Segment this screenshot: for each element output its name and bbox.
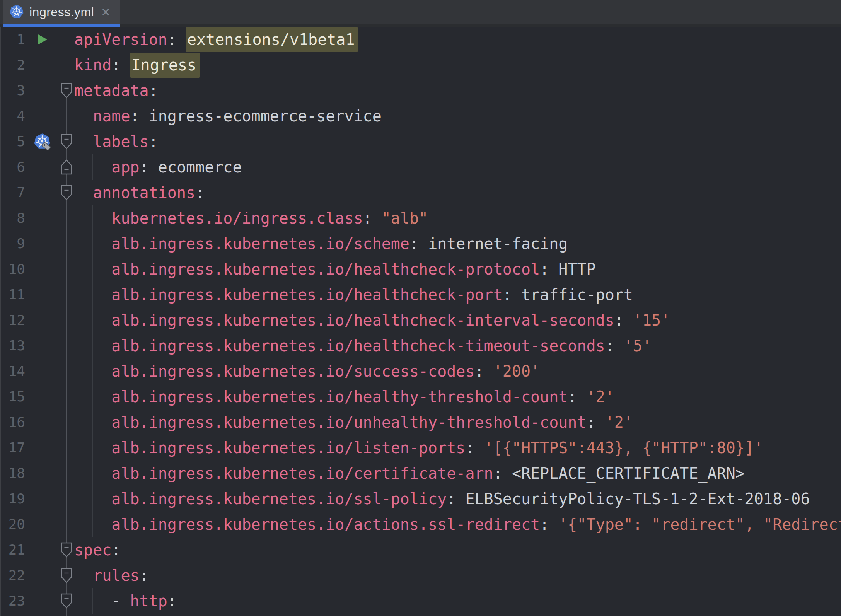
code-token — [74, 133, 93, 150]
code-token: : — [167, 31, 186, 48]
code-token: spec — [74, 541, 111, 559]
code-text: name: ingress-ecommerce-service — [74, 103, 841, 129]
code-token: '15' — [633, 311, 670, 329]
code-token: alb.ingress.kubernetes.io/unhealthy-thre… — [111, 413, 586, 431]
code-token: : — [540, 515, 558, 533]
code-token — [74, 209, 111, 227]
code-line-20[interactable]: 20 alb.ingress.kubernetes.io/actions.ssl… — [1, 512, 841, 537]
code-line-5[interactable]: 5 labels: — [1, 129, 841, 154]
code-token: : — [587, 413, 605, 431]
gutter: 19 — [1, 486, 74, 512]
gutter: 2 — [1, 52, 74, 78]
code-line-7[interactable]: 7 annotations: — [1, 180, 841, 205]
kubernetes-file-icon — [9, 4, 24, 20]
code-line-6[interactable]: 6 app: ecommerce — [1, 154, 841, 180]
code-token — [74, 311, 111, 329]
code-line-23[interactable]: 23 - http: — [1, 588, 841, 614]
gutter: 5 — [1, 129, 74, 154]
code-line-12[interactable]: 12 alb.ingress.kubernetes.io/healthcheck… — [1, 307, 841, 333]
code-token: labels — [93, 133, 149, 150]
code-text: apiVersion: extensions/v1beta1 — [74, 27, 841, 52]
fold-marker-icon[interactable] — [60, 129, 73, 154]
code-token: : — [465, 439, 484, 457]
code-token: ingress-ecommerce-service — [149, 107, 382, 125]
code-token: ELBSecurityPolicy-TLS-1-2-Ext-2018-06 — [465, 490, 810, 508]
code-token: alb.ingress.kubernetes.io/healthy-thresh… — [111, 388, 568, 406]
fold-marker-icon[interactable] — [60, 78, 73, 103]
gutter: 20 — [1, 512, 74, 537]
kubernetes-gutter-icon[interactable] — [33, 129, 51, 154]
line-number: 12 — [1, 307, 25, 333]
code-token: alb.ingress.kubernetes.io/ssl-policy — [111, 490, 447, 508]
code-token: : — [149, 82, 158, 99]
close-icon[interactable]: ✕ — [99, 6, 112, 19]
code-text: annotations: — [74, 180, 841, 205]
gutter: 7 — [1, 180, 74, 205]
code-token: metadata — [74, 82, 149, 99]
code-line-18[interactable]: 18 alb.ingress.kubernetes.io/certificate… — [1, 461, 841, 486]
code-token: : — [493, 464, 512, 482]
code-token — [74, 464, 111, 482]
code-token: HTTP — [558, 260, 595, 278]
code-token: : — [568, 388, 586, 406]
code-line-16[interactable]: 16 alb.ingress.kubernetes.io/unhealthy-t… — [1, 410, 841, 435]
code-line-13[interactable]: 13 alb.ingress.kubernetes.io/healthcheck… — [1, 333, 841, 358]
code-line-4[interactable]: 4 name: ingress-ecommerce-service — [1, 103, 841, 129]
tab-bar-lead-spacer — [0, 0, 3, 27]
code-line-9[interactable]: 9 alb.ingress.kubernetes.io/scheme: inte… — [1, 231, 841, 256]
code-line-19[interactable]: 19 alb.ingress.kubernetes.io/ssl-policy:… — [1, 486, 841, 512]
run-icon[interactable] — [33, 27, 51, 52]
tab-title: ingress.yml — [29, 5, 94, 19]
fold-marker-icon[interactable] — [60, 563, 73, 588]
line-number: 18 — [1, 461, 25, 486]
code-line-11[interactable]: 11 alb.ingress.kubernetes.io/healthcheck… — [1, 282, 841, 307]
code-token: '2' — [605, 413, 633, 431]
fold-marker-icon[interactable] — [60, 154, 73, 180]
gutter: 17 — [1, 435, 74, 461]
line-number: 3 — [1, 78, 25, 103]
code-text: kubernetes.io/ingress.class: "alb" — [74, 205, 841, 231]
code-line-15[interactable]: 15 alb.ingress.kubernetes.io/healthy-thr… — [1, 384, 841, 410]
line-number: 10 — [1, 256, 25, 282]
code-line-17[interactable]: 17 alb.ingress.kubernetes.io/listen-port… — [1, 435, 841, 461]
code-line-21[interactable]: 21spec: — [1, 537, 841, 563]
code-editor[interactable]: 1apiVersion: extensions/v1beta12kind: In… — [0, 27, 841, 616]
code-text: - http: — [74, 588, 841, 614]
gutter: 4 — [1, 103, 74, 129]
gutter: 3 — [1, 78, 74, 103]
code-token: : — [195, 184, 205, 201]
line-number: 23 — [1, 588, 25, 614]
code-token — [74, 439, 111, 457]
line-number: 9 — [1, 231, 25, 256]
code-token: "alb" — [382, 209, 428, 227]
fold-marker-icon[interactable] — [60, 537, 73, 563]
gutter: 9 — [1, 231, 74, 256]
code-line-22[interactable]: 22 rules: — [1, 563, 841, 588]
code-token: annotations — [93, 184, 195, 201]
code-line-10[interactable]: 10 alb.ingress.kubernetes.io/healthcheck… — [1, 256, 841, 282]
code-token: alb.ingress.kubernetes.io/listen-ports — [111, 439, 465, 457]
code-token — [74, 286, 111, 304]
code-line-14[interactable]: 14 alb.ingress.kubernetes.io/success-cod… — [1, 358, 841, 384]
gutter: 23 — [1, 588, 74, 614]
code-line-2[interactable]: 2kind: Ingress — [1, 52, 841, 78]
fold-marker-icon[interactable] — [60, 588, 73, 614]
code-token: : — [447, 490, 465, 508]
tab-ingress-yml[interactable]: ingress.yml ✕ — [3, 0, 120, 27]
code-token: <REPLACE_CERTIFICATE_ARN> — [512, 464, 745, 482]
code-text: alb.ingress.kubernetes.io/unhealthy-thre… — [74, 410, 841, 435]
code-line-8[interactable]: 8 kubernetes.io/ingress.class: "alb" — [1, 205, 841, 231]
code-token: : — [614, 311, 633, 329]
code-token: alb.ingress.kubernetes.io/success-codes — [111, 362, 474, 380]
fold-marker-icon[interactable] — [60, 180, 73, 205]
code-token: : — [167, 592, 177, 610]
gutter: 8 — [1, 205, 74, 231]
code-token: internet-facing — [428, 235, 568, 253]
line-number: 15 — [1, 384, 25, 410]
code-token: '5' — [624, 337, 652, 355]
code-text: alb.ingress.kubernetes.io/healthy-thresh… — [74, 384, 841, 410]
code-line-3[interactable]: 3metadata: — [1, 78, 841, 103]
gutter: 16 — [1, 410, 74, 435]
code-token: rules — [93, 567, 139, 584]
code-line-1[interactable]: 1apiVersion: extensions/v1beta1 — [1, 27, 841, 52]
